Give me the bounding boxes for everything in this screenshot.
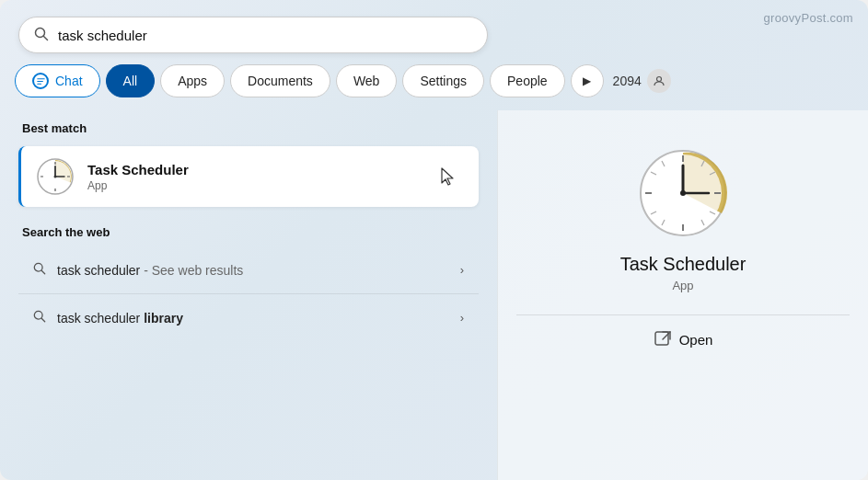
search-icon (34, 27, 49, 44)
open-button-label: Open (679, 332, 713, 348)
svg-line-1 (44, 36, 48, 40)
task-scheduler-icon (36, 157, 75, 196)
web-search-icon-1 (33, 262, 46, 278)
tab-apps[interactable]: Apps (160, 64, 225, 97)
svg-line-14 (41, 270, 45, 274)
match-type: App (87, 179, 189, 192)
svg-line-16 (41, 318, 45, 322)
watermark: groovyPost.com (764, 11, 853, 25)
tab-settings[interactable]: Settings (402, 64, 484, 97)
search-bar[interactable] (18, 17, 488, 53)
tab-web-label: Web (353, 74, 380, 88)
right-clock-icon (637, 147, 729, 239)
web-result-2-text: task scheduler library (57, 311, 449, 326)
left-panel: Best match (0, 110, 497, 480)
tab-chat-label: Chat (55, 74, 83, 88)
svg-rect-34 (655, 332, 668, 345)
tab-settings-label: Settings (420, 74, 467, 88)
result-count-badge (647, 69, 671, 93)
tab-documents[interactable]: Documents (230, 64, 330, 97)
more-tabs-icon: ▶ (583, 74, 591, 87)
match-info: Task Scheduler App (87, 162, 189, 192)
web-search-title: Search the web (0, 211, 497, 246)
web-result-2[interactable]: task scheduler library › (18, 298, 479, 337)
svg-point-11 (54, 176, 57, 178)
web-result-2-arrow: › (460, 311, 464, 325)
tab-all[interactable]: All (106, 64, 156, 97)
tab-all-label: All (123, 74, 138, 88)
best-match-card[interactable]: Task Scheduler App (18, 146, 479, 207)
web-result-1[interactable]: task scheduler - See web results › (18, 250, 479, 290)
tab-web[interactable]: Web (336, 64, 398, 97)
result-count-area: 2094 (613, 69, 671, 93)
mouse-cursor-icon (440, 166, 457, 187)
svg-marker-12 (442, 168, 453, 185)
svg-point-33 (680, 190, 686, 196)
web-result-1-text: task scheduler - See web results (57, 263, 449, 278)
right-app-name: Task Scheduler (620, 254, 746, 275)
tab-chat[interactable]: Chat (15, 64, 100, 97)
svg-point-2 (656, 77, 661, 82)
result-count-number: 2094 (613, 74, 642, 88)
more-tabs-button[interactable]: ▶ (571, 64, 604, 97)
search-window: groovyPost.com Chat All Apps D (0, 0, 868, 480)
match-name: Task Scheduler (87, 162, 189, 177)
best-match-title: Best match (0, 110, 497, 143)
right-panel-divider (516, 314, 850, 315)
open-button[interactable]: Open (654, 330, 713, 349)
web-search-icon-2 (33, 310, 46, 326)
right-panel: Task Scheduler App Open (497, 110, 868, 480)
search-input[interactable] (58, 28, 472, 43)
open-icon (654, 330, 672, 349)
tab-people[interactable]: People (490, 64, 565, 97)
web-result-1-arrow: › (460, 263, 464, 277)
tabs-row: Chat All Apps Documents Web Settings Peo… (15, 64, 671, 97)
web-result-divider (18, 293, 479, 294)
tab-people-label: People (507, 74, 548, 88)
tab-apps-label: Apps (178, 74, 207, 88)
svg-line-35 (663, 332, 670, 339)
chat-tab-icon (32, 73, 49, 89)
tab-documents-label: Documents (248, 74, 313, 88)
right-app-type: App (672, 279, 693, 292)
